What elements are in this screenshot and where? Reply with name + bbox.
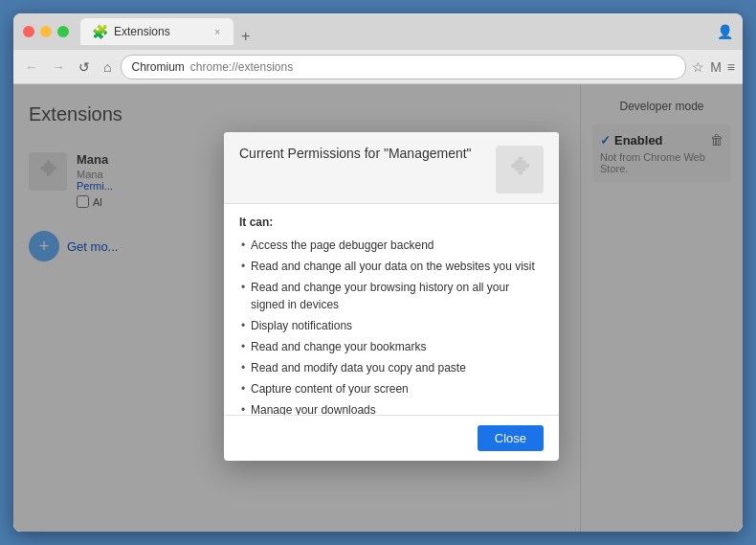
menu-icon[interactable]: ≡	[727, 59, 735, 75]
main-content: Extensions Mana Mana Permi... Al	[13, 84, 743, 532]
title-bar: 🧩 Extensions × + 👤	[13, 13, 743, 50]
modal-title: Current Permissions for "Management"	[239, 146, 472, 161]
url-bar[interactable]: Chromium chrome://extensions	[121, 55, 686, 79]
new-tab-button[interactable]: +	[233, 28, 257, 45]
url-origin: Chromium	[131, 60, 184, 74]
list-item: Read and change all your data on the web…	[239, 256, 544, 277]
modal-footer: Close	[224, 415, 559, 461]
extension-icon[interactable]: M	[710, 59, 722, 75]
list-item: Manage your downloads	[239, 399, 544, 415]
close-modal-button[interactable]: Close	[478, 425, 544, 451]
list-item: Read and change your bookmarks	[239, 336, 544, 357]
browser-window: 🧩 Extensions × + 👤 ← → ↺ ⌂ Chromium chro…	[13, 13, 743, 532]
close-window-button[interactable]	[23, 26, 34, 37]
back-button[interactable]: ←	[21, 57, 42, 77]
maximize-window-button[interactable]	[57, 26, 69, 37]
forward-button[interactable]: →	[48, 57, 69, 77]
tab-close-button[interactable]: ×	[212, 27, 222, 37]
modal-body: It can: Access the page debugger backend…	[224, 204, 559, 415]
list-item: Display notifications	[239, 315, 544, 336]
modal-overlay: Current Permissions for "Management" It …	[13, 84, 743, 532]
bookmark-icon[interactable]: ☆	[692, 59, 704, 75]
modal-extension-icon	[496, 146, 544, 193]
minimize-window-button[interactable]	[40, 26, 52, 37]
home-button[interactable]: ⌂	[100, 57, 115, 77]
tab-icon: 🧩	[92, 24, 108, 39]
modal-it-can: It can:	[239, 216, 544, 229]
address-right-controls: ☆ M ≡	[692, 59, 735, 75]
modal-header: Current Permissions for "Management"	[224, 132, 559, 204]
window-controls	[23, 26, 69, 37]
list-item: Read and modify data you copy and paste	[239, 357, 544, 378]
tab-title: Extensions	[114, 25, 170, 38]
permissions-list: Access the page debugger backend Read an…	[239, 235, 544, 415]
refresh-button[interactable]: ↺	[75, 57, 94, 77]
window-right-icon: 👤	[717, 24, 733, 39]
list-item: Access the page debugger backend	[239, 235, 544, 256]
list-item: Read and change your browsing history on…	[239, 277, 544, 315]
tab-area: 🧩 Extensions × +	[80, 18, 717, 45]
url-path: chrome://extensions	[190, 60, 293, 74]
list-item: Capture content of your screen	[239, 378, 544, 399]
address-bar: ← → ↺ ⌂ Chromium chrome://extensions ☆ M…	[13, 50, 743, 84]
extensions-tab[interactable]: 🧩 Extensions ×	[80, 18, 233, 45]
permissions-modal: Current Permissions for "Management" It …	[224, 132, 559, 461]
